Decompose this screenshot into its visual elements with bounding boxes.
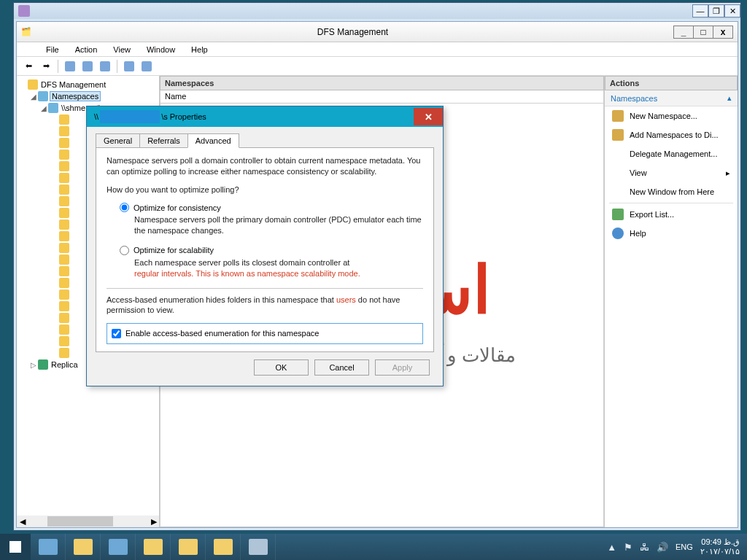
radio-consistency[interactable] <box>120 203 129 212</box>
tree-root[interactable]: DFS Management <box>18 79 158 90</box>
actions-group-namespaces[interactable]: Namespaces▴ <box>605 90 738 106</box>
replication-icon <box>38 359 48 370</box>
cancel-button[interactable]: Cancel <box>314 359 369 376</box>
taskbar[interactable]: ▲ ⚑ 🖧 🔊 ENG ق.ظ 09:49 ۲۰۱۷/۰۷/۱۵ <box>0 534 747 560</box>
toolbar-btn-1[interactable] <box>63 59 77 74</box>
folder-icon <box>59 126 69 136</box>
server-manager-icon <box>39 539 58 555</box>
toolbar-btn-4[interactable] <box>122 59 136 74</box>
toolbar-separator <box>58 60 58 73</box>
taskbar-app-1[interactable] <box>101 534 136 560</box>
folder-icon <box>59 301 69 311</box>
explorer-icon <box>74 539 93 555</box>
tray-clock[interactable]: ق.ظ 09:49 ۲۰۱۷/۰۷/۱۵ <box>700 537 740 556</box>
outer-min-button[interactable]: — <box>692 4 708 18</box>
tab-general[interactable]: General <box>96 133 140 148</box>
menu-window[interactable]: Window <box>144 44 178 55</box>
dialog-title-prefix: \\ <box>94 112 98 121</box>
outer-app-icon <box>18 5 30 17</box>
tab-advanced[interactable]: Advanced <box>187 133 239 148</box>
blank-icon <box>612 186 624 198</box>
option-consistency-desc: Namespace servers poll the primary domai… <box>134 214 423 236</box>
scrollbar-thumb[interactable] <box>47 516 113 526</box>
dialog-close-button[interactable]: ✕ <box>414 108 443 125</box>
tray-overflow-icon[interactable]: ▲ <box>607 542 616 553</box>
folder-icon <box>59 278 69 288</box>
toolbar-btn-3[interactable] <box>98 59 112 74</box>
menu-file[interactable]: File <box>43 44 62 55</box>
folder-icon <box>59 219 69 230</box>
toolbar-separator <box>117 60 117 73</box>
radio-scalability[interactable] <box>120 246 129 255</box>
toolbar-icon <box>65 61 75 71</box>
toolbar-btn-5[interactable] <box>139 59 154 74</box>
start-button[interactable] <box>0 534 31 560</box>
tray-language[interactable]: ENG <box>676 542 693 551</box>
export-icon <box>612 209 624 220</box>
menu-action[interactable]: Action <box>72 44 101 55</box>
dfs-icon <box>214 539 233 555</box>
system-tray[interactable]: ▲ ⚑ 🖧 🔊 ENG ق.ظ 09:49 ۲۰۱۷/۰۷/۱۵ <box>607 537 747 556</box>
menu-help[interactable]: Help <box>188 44 211 55</box>
maximize-button[interactable]: □ <box>693 26 713 39</box>
list-header[interactable]: Name <box>160 90 604 104</box>
taskbar-explorer[interactable] <box>66 534 101 560</box>
outer-restore-button[interactable]: ❐ <box>708 4 724 18</box>
menu-bar: File Action View Window Help <box>17 42 738 57</box>
tray-network-icon[interactable]: 🖧 <box>640 542 649 553</box>
option-scalability-desc: Each namespace server polls its closest … <box>134 257 423 279</box>
blank-icon <box>612 167 624 179</box>
computer-icon <box>249 539 268 555</box>
dialog-titlebar[interactable]: \\ \s Properties ✕ <box>87 106 443 127</box>
tab-referrals[interactable]: Referrals <box>139 133 188 148</box>
folder-icon <box>59 324 69 335</box>
question-text: How do you want to optimize polling? <box>107 184 423 195</box>
toolbar: ⬅ ➡ <box>17 57 738 76</box>
outer-close-button[interactable]: ✕ <box>724 4 740 18</box>
folder-icon <box>59 266 69 276</box>
nav-forward-button[interactable]: ➡ <box>39 59 53 74</box>
app-icon <box>109 539 128 555</box>
taskbar-dfs[interactable] <box>206 534 241 560</box>
taskbar-app-3[interactable] <box>171 534 206 560</box>
nav-back-button[interactable]: ⬅ <box>21 59 36 74</box>
folder-icon <box>59 184 69 195</box>
blank-icon <box>612 148 624 160</box>
titlebar[interactable]: 🗂️ DFS Management _ □ x <box>17 22 738 42</box>
actions-header: Actions <box>605 76 738 90</box>
taskbar-app-2[interactable] <box>136 534 171 560</box>
action-view[interactable]: View▸ <box>605 163 738 182</box>
tray-volume-icon[interactable]: 🔊 <box>657 542 668 553</box>
action-new-window[interactable]: New Window from Here <box>605 182 738 201</box>
folder-icon <box>59 138 69 148</box>
redacted-server-name <box>100 110 160 123</box>
checkbox-enable-abe[interactable] <box>112 329 121 338</box>
menu-view[interactable]: View <box>110 44 133 55</box>
help-icon <box>612 228 624 239</box>
action-new-namespace[interactable]: New Namespace... <box>605 106 738 125</box>
column-name[interactable]: Name <box>160 90 190 103</box>
tree-namespaces[interactable]: ◢Namespaces <box>18 90 158 102</box>
action-add-namespaces[interactable]: Add Namespaces to Di... <box>605 125 738 144</box>
action-export-list[interactable]: Export List... <box>605 205 738 224</box>
intro-text: Namespace servers poll a domain controll… <box>107 155 423 177</box>
taskbar-app-4[interactable] <box>241 534 276 560</box>
outer-titlebar[interactable]: — ❐ ✕ <box>14 3 740 19</box>
action-help[interactable]: Help <box>605 224 738 243</box>
folder-icon <box>59 231 69 241</box>
abe-checkbox-row[interactable]: Enable access-based enumeration for this… <box>107 323 423 344</box>
tray-flag-icon[interactable]: ⚑ <box>624 542 632 553</box>
close-button[interactable]: x <box>713 26 733 39</box>
action-delegate-management[interactable]: Delegate Management... <box>605 144 738 163</box>
option-consistency[interactable]: Optimize for consistency <box>120 203 423 214</box>
taskbar-server-manager[interactable] <box>31 534 66 560</box>
option-scalability[interactable]: Optimize for scalability <box>120 245 423 256</box>
apply-button[interactable]: Apply <box>375 359 430 376</box>
abe-checkbox-label: Enable access-based enumeration for this… <box>125 328 319 339</box>
minimize-button[interactable]: _ <box>673 26 694 39</box>
ok-button[interactable]: OK <box>254 359 309 376</box>
toolbar-btn-2[interactable] <box>80 59 95 74</box>
toolbar-icon <box>82 61 93 71</box>
horizontal-scrollbar[interactable]: ◀▶ <box>17 516 160 527</box>
option-consistency-label: Optimize for consistency <box>133 203 221 214</box>
